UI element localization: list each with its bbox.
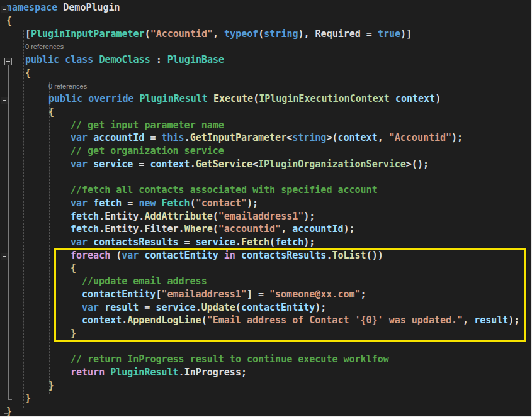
code-line[interactable]: contactEntity["emailaddress1"] = "someon… [82,289,366,302]
code-line[interactable]: var accountId = this.GetInputParameter<s… [71,132,463,145]
code-token: ( [145,28,150,40]
code-token: ( [213,223,218,235]
code-line[interactable]: var service = context.GetService<IPlugin… [71,158,429,172]
code-token [208,93,213,104]
code-line[interactable]: { [25,67,31,81]
code-token: "contact" [196,197,247,209]
code-token: "Accountid" [389,132,451,143]
code-token: { [71,262,76,274]
code-token: "emailaddress1" [218,211,303,222]
code-token: typeof [224,28,258,40]
code-token: GetInputParameter [190,132,287,143]
code-token: } [25,392,31,404]
code-token: ); [247,197,258,209]
code-line[interactable]: } [48,380,54,393]
code-line[interactable]: // get input parameter name [71,120,224,133]
code-token: Where [184,223,213,235]
code-token: ] = [247,289,269,300]
code-line[interactable]: { [6,15,12,28]
code-token: AddAttribute [144,211,212,222]
code-token: result [105,302,139,313]
code-token: , [463,314,474,326]
code-token: contactEntity [241,302,315,313]
code-token: public override [48,93,140,104]
code-line[interactable]: //update email address [82,275,207,289]
minus-icon [6,61,10,62]
code-token: fetch [93,197,122,209]
code-token: service [156,302,195,313]
code-token: } [48,380,54,391]
code-token: Fetch [241,236,269,248]
code-token: ( [213,211,218,222]
code-line[interactable]: var result = service.Update(contactEntit… [82,302,326,315]
minus-icon [3,9,6,10]
code-token: "Accountid" [150,28,213,40]
code-token: contactEntity [82,289,156,300]
code-token: = [122,197,139,209]
code-token: var [122,250,139,261]
code-token: contactEntity [144,250,218,261]
fold-collapse-marker[interactable] [1,97,8,104]
code-token: string [292,132,326,143]
code-line[interactable]: } [71,328,76,341]
code-token: { [25,67,31,79]
code-line[interactable]: context.AppendLogLine("Email address of … [82,314,519,328]
code-token: // get organization service [71,145,224,157]
code-line[interactable]: fetch.Entity.AddAttribute("emailaddress1… [71,211,315,224]
code-token: ; [361,289,366,300]
code-line[interactable]: namespace DemoPlugin [6,2,120,15]
code-line[interactable]: var fetch = new Fetch("contact"); [71,197,258,211]
code-token: var [71,132,88,143]
code-token: fetch [71,211,99,222]
code-token: . [196,302,201,313]
code-token: ( [253,93,259,104]
outline-line-end [8,399,12,400]
code-token: ); [315,302,326,313]
code-token: = [139,302,156,313]
code-line[interactable]: } [25,392,31,406]
codelens-references-label[interactable]: 0 references [25,43,64,52]
code-line[interactable]: { [71,262,76,275]
code-line[interactable]: fetch.Entity.Filter.Where("accountid", a… [71,223,355,236]
code-token: ); [344,223,355,235]
code-token: } [71,328,76,339]
code-token [218,250,224,261]
code-token: , [378,132,389,143]
code-token: . [122,314,127,326]
code-line[interactable]: foreach (var contactEntity in contactsRe… [71,250,383,263]
code-token [88,158,93,170]
fold-collapse-marker[interactable] [1,253,8,260]
code-token: //fetch all contacts associated with spe… [71,184,378,196]
code-token: Fetch [162,197,190,209]
code-line[interactable]: // get organization service [71,145,224,158]
indent-guide [23,30,24,408]
code-token: [ [25,28,31,40]
code-line[interactable]: return PluginResult.InProgress; [71,367,247,380]
code-line[interactable]: //fetch all contacts associated with spe… [71,184,378,197]
fold-collapse-marker[interactable] [4,58,12,65]
code-line[interactable]: var contactsResults = service.Fetch(fetc… [71,236,315,250]
fold-collapse-marker[interactable] [1,6,8,13]
code-token: namespace [6,2,57,13]
code-line[interactable]: [PluginInputParameter("Accountid", typeo… [25,28,412,42]
code-token: fetch [275,236,303,248]
code-token: var [71,236,88,248]
code-token [390,93,395,104]
code-token: service [93,158,133,170]
code-token: ( [269,236,275,248]
code-line[interactable]: public class DemoClass : PluginBase [25,54,224,67]
code-line[interactable]: public override PluginResult Execute(IPl… [48,93,441,106]
code-line[interactable]: { [48,106,54,120]
code-token: = [144,132,161,143]
code-token: ( [190,197,196,209]
code-token: string [264,28,298,40]
code-line[interactable]: // return InProgress result to continue … [71,353,389,367]
codelens-references-label[interactable]: 0 references [48,82,87,91]
code-token [156,197,161,209]
outline-line [4,12,4,413]
code-token: ) [435,93,441,104]
code-token: IPluginExecutionContext [259,93,390,104]
code-token: ToList [332,250,366,261]
code-token: ( [110,250,122,261]
code-token: PluginBase [167,54,224,65]
